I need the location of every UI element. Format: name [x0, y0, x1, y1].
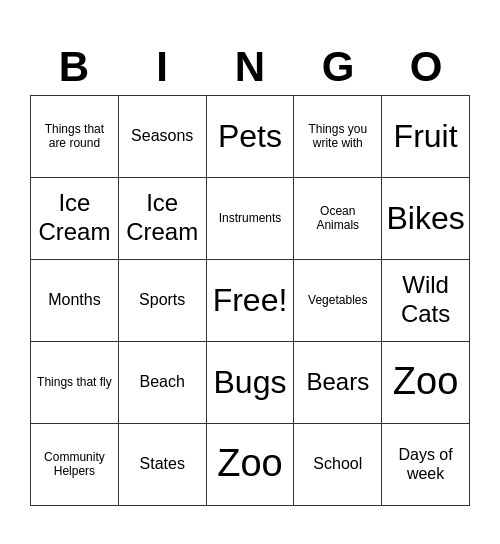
header-letter: O [382, 39, 470, 95]
cell-text: Ocean Animals [298, 204, 377, 233]
bingo-header: BINGO [30, 39, 470, 95]
bingo-grid: Things that are roundSeasonsPetsThings y… [30, 95, 470, 506]
bingo-cell: Ocean Animals [294, 178, 382, 260]
bingo-cell: Zoo [207, 424, 295, 506]
header-letter: B [30, 39, 118, 95]
bingo-cell: School [294, 424, 382, 506]
cell-text: Pets [218, 117, 282, 155]
bingo-cell: Things that are round [31, 96, 119, 178]
bingo-cell: Instruments [207, 178, 295, 260]
bingo-cell: Vegetables [294, 260, 382, 342]
bingo-card: BINGO Things that are roundSeasonsPetsTh… [20, 29, 480, 516]
bingo-cell: Free! [207, 260, 295, 342]
cell-text: States [140, 454, 185, 473]
bingo-cell: Bugs [207, 342, 295, 424]
bingo-cell: Ice Cream [31, 178, 119, 260]
cell-text: Free! [213, 281, 288, 319]
bingo-cell: Wild Cats [382, 260, 470, 342]
cell-text: Bikes [386, 199, 464, 237]
cell-text: School [313, 454, 362, 473]
header-letter: G [294, 39, 382, 95]
cell-text: Community Helpers [35, 450, 114, 479]
cell-text: Bugs [214, 363, 287, 401]
bingo-cell: Community Helpers [31, 424, 119, 506]
bingo-cell: Ice Cream [119, 178, 207, 260]
bingo-cell: Beach [119, 342, 207, 424]
cell-text: Vegetables [308, 293, 367, 307]
bingo-cell: Pets [207, 96, 295, 178]
bingo-cell: Days of week [382, 424, 470, 506]
cell-text: Wild Cats [386, 271, 465, 329]
cell-text: Days of week [386, 445, 465, 483]
bingo-cell: Sports [119, 260, 207, 342]
cell-text: Ice Cream [123, 189, 202, 247]
cell-text: Zoo [217, 441, 282, 487]
bingo-cell: Things that fly [31, 342, 119, 424]
bingo-cell: Months [31, 260, 119, 342]
cell-text: Fruit [394, 117, 458, 155]
header-letter: I [118, 39, 206, 95]
bingo-cell: Bikes [382, 178, 470, 260]
header-letter: N [206, 39, 294, 95]
bingo-cell: Fruit [382, 96, 470, 178]
bingo-cell: Seasons [119, 96, 207, 178]
cell-text: Instruments [219, 211, 282, 225]
cell-text: Seasons [131, 126, 193, 145]
cell-text: Ice Cream [35, 189, 114, 247]
bingo-cell: States [119, 424, 207, 506]
cell-text: Months [48, 290, 100, 309]
cell-text: Things that fly [37, 375, 112, 389]
cell-text: Bears [306, 368, 369, 397]
bingo-cell: Bears [294, 342, 382, 424]
cell-text: Things you write with [298, 122, 377, 151]
cell-text: Zoo [393, 359, 458, 405]
cell-text: Beach [140, 372, 185, 391]
bingo-cell: Things you write with [294, 96, 382, 178]
cell-text: Sports [139, 290, 185, 309]
bingo-cell: Zoo [382, 342, 470, 424]
cell-text: Things that are round [35, 122, 114, 151]
